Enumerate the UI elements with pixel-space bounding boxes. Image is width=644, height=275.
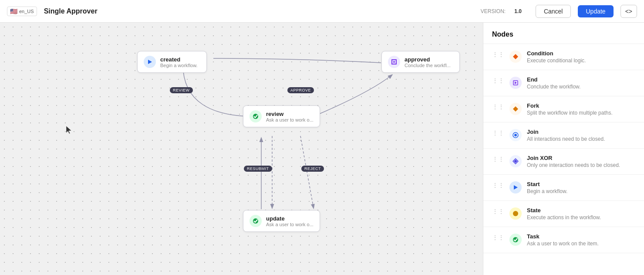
svg-marker-0	[148, 60, 152, 64]
sidebar-item-end[interactable]: ⋮⋮ End Conclude the workflow.	[483, 70, 644, 96]
node-created-title: created	[160, 56, 198, 63]
version-label: VERSION:	[481, 8, 506, 14]
joinxor-text: Join XOR Only one interaction needs to b…	[527, 155, 620, 168]
end-icon	[388, 56, 400, 68]
joinxor-icon	[509, 155, 522, 167]
header: 🇺🇸 en_US Single Approver VERSION: 1.0 Ca…	[0, 0, 644, 23]
node-approved-title: approved	[405, 56, 451, 63]
task-review-icon	[250, 110, 262, 122]
sidebar-item-task[interactable]: ⋮⋮ Task Ask a user to work on the item.	[483, 227, 644, 253]
state-text: State Execute actions in the workflow.	[527, 207, 601, 221]
task-update-icon	[250, 215, 262, 227]
version-value: 1.0	[514, 8, 522, 14]
state-name: State	[527, 207, 601, 214]
condition-name: Condition	[527, 50, 586, 57]
task-sidebar-icon	[509, 234, 522, 246]
node-approved-info: approved Conclude the workfl...	[405, 56, 451, 68]
drag-handle-end: ⋮⋮	[492, 77, 504, 84]
end-desc: Conclude the workflow.	[527, 84, 580, 90]
drag-handle-condition: ⋮⋮	[492, 51, 504, 58]
condition-text: Condition Execute conditional logic.	[527, 50, 586, 64]
drag-handle-fork: ⋮⋮	[492, 103, 504, 110]
end-sidebar-icon	[509, 77, 522, 89]
drag-handle-task: ⋮⋮	[492, 234, 504, 241]
end-text: End Conclude the workflow.	[527, 76, 580, 90]
state-icon	[509, 207, 522, 220]
join-desc: All interactions need to be closed.	[527, 136, 605, 142]
node-created-info: created Begin a workflow.	[160, 56, 198, 68]
sidebar-item-state[interactable]: ⋮⋮ State Execute actions in the workflow…	[483, 201, 644, 227]
sidebar-item-joinxor[interactable]: ⋮⋮ Join XOR Only one interaction needs t…	[483, 149, 644, 175]
node-approved-subtitle: Conclude the workfl...	[405, 63, 451, 68]
node-review[interactable]: review Ask a user to work o...	[243, 105, 320, 127]
svg-point-5	[253, 218, 258, 224]
drag-handle-state: ⋮⋮	[492, 208, 504, 215]
node-review-subtitle: Ask a user to work o...	[266, 117, 314, 122]
start-icon	[144, 56, 156, 68]
mouse-cursor	[66, 126, 72, 134]
edge-label-resubmit: RESUBMIT	[244, 166, 272, 172]
cancel-button[interactable]: Cancel	[536, 5, 571, 18]
sidebar-item-condition[interactable]: ⋮⋮ Condition Execute conditional logic.	[483, 44, 644, 70]
start-name: Start	[527, 181, 567, 187]
node-update-info: update Ask a user to work o...	[266, 215, 314, 227]
node-review-info: review Ask a user to work o...	[266, 111, 314, 122]
main-layout: REVIEW APPROVE RESUBMIT REJECT created B…	[0, 23, 644, 275]
node-review-title: review	[266, 111, 314, 117]
svg-marker-6	[513, 54, 518, 59]
page-title: Single Approver	[44, 7, 474, 15]
node-created[interactable]: created Begin a workflow.	[137, 51, 207, 73]
task-name: Task	[527, 233, 599, 240]
join-icon	[509, 129, 522, 141]
svg-marker-8	[515, 81, 517, 84]
node-created-subtitle: Begin a workflow.	[160, 63, 198, 68]
joinxor-desc: Only one interaction needs to be closed.	[527, 162, 620, 168]
state-desc: Execute actions in the workflow.	[527, 214, 601, 221]
code-button[interactable]: <>	[620, 5, 637, 18]
svg-marker-9	[513, 106, 518, 112]
fork-desc: Split the workflow into multiple paths.	[527, 110, 613, 116]
drag-handle-joinxor: ⋮⋮	[492, 156, 504, 163]
join-name: Join	[527, 129, 605, 135]
update-button[interactable]: Update	[578, 5, 613, 17]
fork-text: Fork Split the workflow into multiple pa…	[527, 102, 613, 116]
sidebar-title: Nodes	[483, 23, 644, 44]
svg-point-11	[514, 134, 517, 136]
condition-desc: Execute conditional logic.	[527, 58, 586, 64]
start-text: Start Begin a workflow.	[527, 181, 567, 194]
edge-label-reject: REJECT	[301, 166, 324, 172]
task-desc: Ask a user to work on the item.	[527, 241, 599, 247]
nodes-sidebar: Nodes ⋮⋮ Condition Execute conditional l…	[483, 23, 644, 275]
fork-icon	[509, 103, 522, 115]
node-update[interactable]: update Ask a user to work o...	[243, 210, 320, 232]
fork-name: Fork	[527, 102, 613, 109]
drag-handle-start: ⋮⋮	[492, 182, 504, 189]
start-sidebar-icon	[509, 181, 522, 194]
joinxor-name: Join XOR	[527, 155, 620, 161]
node-update-subtitle: Ask a user to work o...	[266, 222, 314, 227]
end-name: End	[527, 76, 580, 83]
node-update-title: update	[266, 215, 314, 222]
sidebar-item-fork[interactable]: ⋮⋮ Fork Split the workflow into multiple…	[483, 96, 644, 122]
svg-point-15	[513, 211, 518, 216]
svg-point-4	[253, 114, 258, 119]
flag-icon: 🇺🇸	[10, 8, 17, 15]
start-desc: Begin a workflow.	[527, 188, 567, 194]
sidebar-item-start[interactable]: ⋮⋮ Start Begin a workflow.	[483, 175, 644, 201]
condition-icon	[509, 51, 522, 63]
drag-handle-join: ⋮⋮	[492, 129, 504, 136]
svg-marker-14	[514, 185, 518, 190]
language-badge[interactable]: 🇺🇸 en_US	[7, 7, 37, 16]
lang-text: en_US	[19, 9, 34, 14]
join-text: Join All interactions need to be closed.	[527, 129, 605, 142]
sidebar-item-join[interactable]: ⋮⋮ Join All interactions need to be clos…	[483, 122, 644, 149]
svg-point-16	[513, 237, 518, 242]
edge-label-approve: APPROVE	[287, 87, 314, 93]
workflow-canvas[interactable]: REVIEW APPROVE RESUBMIT REJECT created B…	[0, 23, 483, 275]
node-approved[interactable]: approved Conclude the workfl...	[381, 51, 460, 73]
edge-label-review: REVIEW	[170, 87, 193, 93]
task-text: Task Ask a user to work on the item.	[527, 233, 599, 247]
